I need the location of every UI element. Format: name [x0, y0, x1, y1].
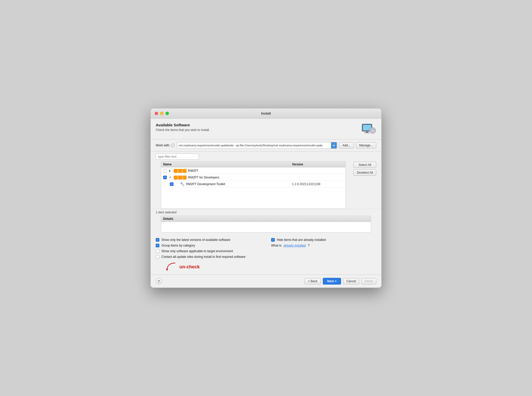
rm2pt-expander[interactable]: ▶ — [168, 169, 172, 173]
what-installed-suffix: ? — [308, 244, 310, 247]
svg-marker-8 — [166, 269, 168, 271]
target-env-label: Show only software applicable to target … — [161, 249, 233, 253]
details-content — [161, 222, 371, 232]
rm2pt-dev-expander[interactable]: ▼ — [168, 176, 172, 179]
rm2pt-toolkit-version: 1.2.0.202111021238 — [292, 182, 343, 186]
work-with-input-wrap: ▾ — [177, 142, 337, 149]
work-with-row: Work with: i ▾ Add... Manage... — [151, 139, 381, 152]
arrow-annotation: un-check — [165, 262, 200, 272]
option-contact-sites: Contact all update sites during install … — [156, 255, 261, 259]
header-section: Available Software Check the items that … — [151, 119, 381, 139]
rm2pt-icon: 🟧🟧🟧 — [173, 169, 187, 173]
col-version-header: Version — [292, 163, 343, 166]
svg-rect-2 — [366, 131, 368, 133]
row-left: ▼ 🟧🟧🟧 RM2PT for Developers — [163, 175, 292, 180]
table-row[interactable]: 🔧 RM2PT Development Toolkit 1.2.0.202111… — [161, 181, 345, 187]
cancel-button[interactable]: Cancel — [343, 278, 359, 284]
target-env-checkbox[interactable] — [156, 249, 159, 253]
rm2pt-toolkit-icon: 🔧 — [180, 182, 185, 186]
rm2pt-label: RM2PT — [188, 169, 199, 173]
back-button[interactable]: < Back — [305, 278, 321, 284]
option-latest-versions: Show only the latest versions of availab… — [156, 238, 261, 242]
help-button[interactable]: ? — [156, 278, 162, 284]
latest-versions-checkbox[interactable] — [156, 238, 159, 242]
table-header: Name Version — [161, 162, 345, 167]
svg-rect-3 — [364, 133, 370, 133]
uncheck-annotation: un-check — [179, 264, 200, 270]
row-left: ▶ 🟧🟧🟧 RM2PT — [163, 169, 292, 173]
work-with-dropdown-button[interactable]: ▾ — [331, 142, 337, 148]
details-label: Details — [161, 216, 371, 222]
minimize-button[interactable] — [160, 112, 163, 115]
header-icon — [361, 123, 376, 136]
rm2pt-checkbox[interactable] — [163, 169, 167, 173]
work-with-input[interactable] — [177, 144, 331, 147]
info-icon[interactable]: i — [171, 144, 175, 147]
table-body: ▶ 🟧🟧🟧 RM2PT ▼ 🟧🟧🟧 RM2PT for Develope — [161, 167, 345, 209]
footer-right: < Back Next > Cancel Finish — [305, 278, 376, 285]
hide-installed-checkbox[interactable] — [271, 238, 275, 242]
options-section: Show only the latest versions of availab… — [151, 235, 381, 262]
rm2pt-dev-label: RM2PT for Developers — [188, 176, 219, 179]
install-window: Install Available Software Check the ite… — [150, 108, 382, 288]
rm2pt-toolkit-label: RM2PT Development Toolkit — [186, 182, 225, 186]
contact-sites-label: Contact all update sites during install … — [161, 255, 246, 259]
table-row[interactable]: ▼ 🟧🟧🟧 RM2PT for Developers — [161, 174, 345, 181]
option-what-installed: What is already installed ? — [271, 244, 376, 247]
option-hide-installed: Hide items that are already installed — [271, 238, 376, 242]
rm2pt-toolkit-checkbox[interactable] — [170, 182, 173, 186]
add-button[interactable]: Add... — [339, 142, 354, 148]
group-category-checkbox[interactable] — [156, 244, 159, 247]
manage-button[interactable]: Manage... — [356, 142, 376, 148]
deselect-all-button[interactable]: Deselect All — [353, 169, 376, 176]
already-installed-link[interactable]: already installed — [283, 244, 306, 247]
software-table: Name Version ▶ 🟧🟧🟧 RM2PT — [161, 161, 346, 209]
what-installed-prefix: What is — [271, 244, 281, 247]
finish-button[interactable]: Finish — [361, 278, 376, 284]
maximize-button[interactable] — [166, 112, 169, 115]
footer-left: ? — [156, 278, 162, 284]
option-group-category: Group items by category — [156, 244, 261, 247]
status-text: 1 item selected — [156, 211, 177, 214]
footer: ? < Back Next > Cancel Finish — [151, 275, 381, 288]
details-wrapper: Details — [151, 216, 381, 235]
hide-installed-label: Hide items that are already installed — [277, 238, 326, 242]
select-all-button[interactable]: Select All — [353, 162, 376, 168]
computer-install-icon — [361, 123, 376, 136]
next-button[interactable]: Next > — [323, 278, 341, 285]
rm2pt-dev-checkbox[interactable] — [163, 176, 167, 179]
close-button[interactable] — [155, 112, 158, 115]
titlebar: Install — [151, 108, 381, 119]
traffic-lights — [155, 112, 169, 115]
arrow-icon — [165, 262, 178, 272]
page-subtitle: Check the items that you wish to install… — [156, 128, 210, 132]
page-title: Available Software — [156, 123, 210, 127]
work-with-text: Work with: — [156, 144, 170, 147]
filter-row — [156, 154, 351, 160]
work-with-label: Work with: i — [156, 144, 175, 147]
window-title: Install — [261, 111, 271, 115]
rm2pt-dev-icon: 🟧🟧🟧 — [173, 175, 187, 180]
row-left: 🔧 RM2PT Development Toolkit — [163, 182, 292, 186]
side-buttons: Select All Deselect All — [353, 154, 376, 176]
header-text: Available Software Check the items that … — [156, 123, 210, 132]
group-category-label: Group items by category — [161, 244, 195, 247]
status-bar: 1 item selected — [151, 209, 381, 216]
contact-sites-checkbox[interactable] — [156, 255, 159, 259]
latest-versions-label: Show only the latest versions of availab… — [161, 238, 230, 242]
option-target-env: Show only software applicable to target … — [156, 249, 261, 253]
annotation-area: un-check — [151, 262, 381, 275]
col-name-header: Name — [163, 163, 292, 166]
filter-input[interactable] — [156, 154, 199, 160]
table-row[interactable]: ▶ 🟧🟧🟧 RM2PT — [161, 167, 345, 174]
details-section: Details — [161, 216, 371, 232]
svg-point-6 — [372, 130, 373, 131]
